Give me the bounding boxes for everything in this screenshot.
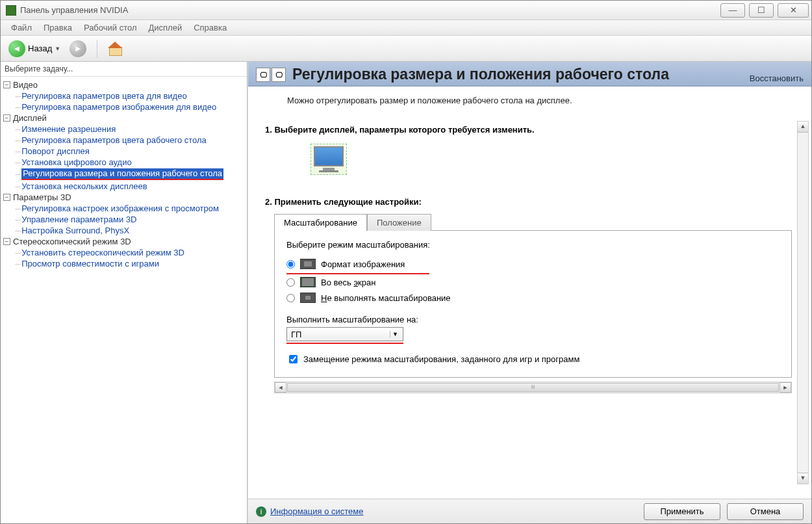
tree-item[interactable]: ····Изменение разрешения — [15, 124, 247, 135]
tree-item-label: Установка цифрового аудио — [21, 157, 131, 167]
tree-item-label: Регулировка размера и положения рабочего… — [21, 168, 223, 180]
forward-button[interactable]: ► — [67, 39, 89, 59]
tree-item[interactable]: ····Просмотр совместимости с играми — [15, 258, 247, 269]
tree-item[interactable]: ····Поворот дисплея — [15, 146, 247, 157]
home-icon — [108, 42, 122, 56]
highlight-underline-2 — [286, 343, 403, 344]
menubar: Файл Правка Рабочий стол Дисплей Справка — [1, 20, 811, 36]
close-button[interactable]: ✕ — [778, 3, 809, 18]
scroll-up-button[interactable]: ▲ — [798, 122, 808, 133]
radio-noscale-row[interactable]: Не выполнять масштабирование — [286, 290, 780, 306]
task-tree: −Видео····Регулировка параметров цвета д… — [1, 77, 247, 523]
toolbar-separator — [97, 40, 97, 58]
chevron-down-icon: ▼ — [390, 331, 400, 337]
tree-item-label: Управление параметрами 3D — [21, 215, 136, 224]
menu-file[interactable]: Файл — [6, 21, 37, 34]
monitor2-icon: 🖵 — [272, 68, 286, 82]
system-info-label: Информация о системе — [270, 506, 364, 516]
tree-group-label: Параметры 3D — [13, 192, 71, 202]
back-button[interactable]: ◄ Назад ▼ — [6, 39, 63, 59]
collapse-icon[interactable]: − — [3, 238, 10, 245]
tree-item[interactable]: ····Настройка Surround, PhysX — [15, 225, 247, 236]
tree-group-label: Видео — [13, 80, 38, 90]
tree-group[interactable]: −Видео — [3, 79, 247, 90]
tree-item[interactable]: ····Регулировка настроек изображения с п… — [15, 203, 247, 214]
radio-noscale[interactable] — [286, 294, 295, 302]
radio-aspect-row[interactable]: Формат изображения — [286, 256, 780, 272]
restore-link[interactable]: Восстановить — [750, 73, 804, 83]
perform-on-value: ГП — [291, 330, 301, 339]
step2-label: 2. Применить следующие настройки: — [265, 193, 794, 213]
header-icons: 🖵 🖵 — [256, 68, 286, 82]
tree-item[interactable]: ····Регулировка параметров цвета рабочег… — [15, 135, 247, 146]
tree-item[interactable]: ····Регулировка параметров цвета для вид… — [15, 90, 247, 101]
perform-on-label: Выполнить масштабирование на: — [286, 315, 780, 324]
tree-item-label: Регулировка настроек изображения с просм… — [21, 203, 219, 213]
tree-item-label: Установить стереоскопический режим 3D — [21, 248, 184, 257]
tab-position[interactable]: Положение — [367, 214, 431, 231]
scroll-down-button[interactable]: ▼ — [798, 473, 808, 484]
tree-item-label: Регулировка параметров цвета для видео — [21, 91, 186, 101]
tree-item[interactable]: ····Управление параметрами 3D — [15, 214, 247, 225]
tab-body: Выберите режим масштабирования: Формат и… — [274, 230, 792, 378]
footer: i Информация о системе Применить Отмена — [248, 499, 811, 523]
tree-item[interactable]: ····Установить стереоскопический режим 3… — [15, 247, 247, 258]
window-title: Панель управления NVIDIA — [20, 5, 717, 15]
radio-aspect-label: Формат изображения — [321, 259, 405, 269]
titlebar: Панель управления NVIDIA — ☐ ✕ — [1, 1, 811, 20]
page-header: 🖵 🖵 Регулировка размера и положения рабо… — [248, 62, 811, 86]
override-checkbox[interactable] — [289, 355, 298, 363]
tree-item-label: Регулировка параметров изображения для в… — [21, 102, 216, 112]
tree-item-label: Просмотр совместимости с играми — [21, 259, 159, 269]
tree-item-label: Регулировка параметров цвета рабочего ст… — [21, 135, 207, 145]
radio-fullscreen[interactable] — [286, 278, 295, 287]
tree-group[interactable]: −Параметры 3D — [3, 192, 247, 203]
system-info-link[interactable]: i Информация о системе — [256, 506, 364, 517]
cancel-button[interactable]: Отмена — [727, 503, 804, 520]
radio-aspect[interactable] — [286, 260, 295, 269]
tab-scaling[interactable]: Масштабирование — [274, 214, 367, 231]
maximize-button[interactable]: ☐ — [749, 3, 774, 18]
nvidia-control-panel-window: Панель управления NVIDIA — ☐ ✕ Файл Прав… — [0, 0, 812, 524]
tree-item-label: Установка нескольких дисплеев — [21, 181, 147, 191]
forward-icon: ► — [70, 40, 86, 57]
menu-edit[interactable]: Правка — [38, 21, 77, 34]
display-thumbnail[interactable] — [311, 144, 347, 175]
collapse-icon[interactable]: − — [3, 81, 10, 88]
monitor-screen-icon — [314, 146, 344, 166]
tree-group-label: Стереоскопический режим 3D — [13, 237, 131, 246]
tree-group[interactable]: −Дисплей — [3, 112, 247, 124]
horizontal-scrollbar[interactable]: ◄ ► — [274, 382, 792, 393]
tree-item[interactable]: ····Регулировка размера и положения рабо… — [15, 168, 247, 181]
radio-noscale-label: Не выполнять масштабирование — [321, 293, 451, 303]
toolbar: ◄ Назад ▼ ► — [1, 36, 811, 62]
tree-item[interactable]: ····Регулировка параметров изображения д… — [15, 101, 247, 112]
collapse-icon[interactable]: − — [3, 114, 10, 122]
scroll-left-button[interactable]: ◄ — [275, 382, 286, 393]
perform-on-combo[interactable]: ГП ▼ — [286, 327, 403, 341]
radio-fullscreen-row[interactable]: Во весь экран — [286, 274, 780, 290]
back-dropdown-icon[interactable]: ▼ — [55, 46, 60, 52]
home-button[interactable] — [105, 40, 125, 57]
main-panel: 🖵 🖵 Регулировка размера и положения рабо… — [247, 62, 811, 523]
scroll-right-button[interactable]: ► — [780, 382, 791, 393]
tree-group[interactable]: −Стереоскопический режим 3D — [3, 236, 247, 247]
back-icon: ◄ — [8, 40, 25, 57]
tree-item[interactable]: ····Установка цифрового аудио — [15, 157, 247, 168]
monitor1-icon: 🖵 — [256, 68, 270, 82]
menu-desktop[interactable]: Рабочий стол — [79, 21, 142, 34]
override-row[interactable]: Замещение режима масштабирования, заданн… — [286, 353, 780, 365]
minimize-button[interactable]: — — [720, 3, 745, 18]
override-label: Замещение режима масштабирования, заданн… — [303, 354, 579, 364]
tree-item-label: Настройка Surround, PhysX — [21, 226, 129, 235]
scroll-thumb[interactable] — [287, 383, 779, 392]
tabs: Масштабирование Положение — [274, 213, 794, 230]
menu-help[interactable]: Справка — [188, 21, 232, 34]
vertical-scrollbar[interactable]: ▲ ▼ — [797, 121, 809, 484]
collapse-icon[interactable]: − — [3, 194, 10, 201]
tree-item[interactable]: ····Установка нескольких дисплеев — [15, 181, 247, 192]
apply-button[interactable]: Применить — [644, 503, 720, 520]
menu-display[interactable]: Дисплей — [144, 21, 188, 34]
radio-fullscreen-label: Во весь экран — [321, 278, 375, 287]
tree-item-label: Изменение разрешения — [21, 124, 116, 134]
